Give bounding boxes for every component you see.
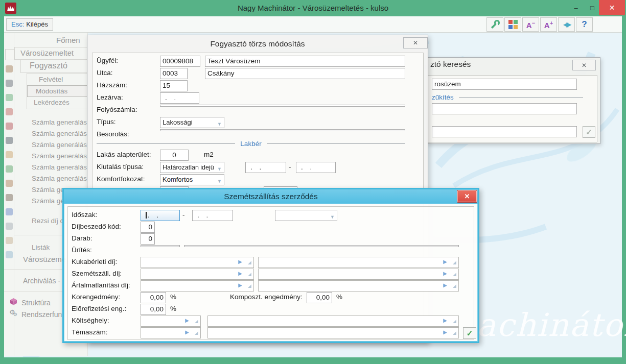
lookup-corner-icon[interactable]: ◢	[453, 260, 456, 265]
idoszak-type-dropdown[interactable]: ▼	[275, 210, 337, 221]
sidebar-item-szamla-generalas-7[interactable]: Számla ge	[32, 186, 64, 193]
kereses-confirm-button[interactable]: ✓	[583, 126, 595, 138]
lookup-corner-icon[interactable]: ◢	[248, 260, 251, 265]
kiutalas-dropdown[interactable]: Határozatlan idejü ▼	[160, 162, 224, 173]
sidebar-item-szamla-generalas-8[interactable]: Számla ge	[32, 197, 62, 205]
urites-code-input[interactable]	[141, 245, 180, 247]
kukaberleti-name-combo[interactable]: ▶◢	[258, 257, 459, 268]
alapterulet-input[interactable]: 0	[160, 150, 189, 161]
szemetszall-code-combo[interactable]: ▶◢	[141, 269, 254, 280]
lookup-arrow-icon[interactable]: ▶	[443, 282, 447, 288]
komposzt-input[interactable]: 0,00	[307, 292, 332, 303]
lookup-corner-icon[interactable]: ◢	[453, 283, 456, 288]
kereses-close-button[interactable]: ✕	[572, 60, 596, 70]
sidebar-item-szamla-generalas-1[interactable]: Számla generálás	[32, 118, 87, 126]
window-title: Nagy Machinátor - Városüzemeltetés - kul…	[0, 0, 626, 16]
szemet-confirm-button[interactable]: ✓	[463, 327, 476, 339]
lookup-corner-icon[interactable]: ◢	[453, 272, 456, 277]
sidebar-item-archivalas[interactable]: Archiválás -	[23, 277, 60, 285]
swap-button[interactable]: ◀▶	[558, 17, 575, 32]
utca-code-input[interactable]: 0003	[160, 68, 188, 79]
font-decrease-button[interactable]: A−	[522, 17, 539, 32]
kiutalas-from-input[interactable]: . .	[245, 162, 286, 173]
sidebar-item-varosuzemeltetes[interactable]: Városüzemeltet	[20, 48, 74, 57]
lookup-corner-icon[interactable]: ◢	[195, 319, 198, 324]
lookup-arrow-icon[interactable]: ▶	[238, 259, 242, 264]
idoszak-from-input[interactable]: . .	[141, 210, 180, 221]
maximize-button[interactable]: □	[585, 0, 600, 15]
sidebar-item-rezsi-dij[interactable]: Rezsi díj c	[32, 217, 62, 225]
sidebar-item-modositas[interactable]: Módosítás	[36, 87, 67, 95]
modules-button[interactable]	[504, 17, 521, 32]
window-border-left	[0, 16, 4, 364]
temaszam-name-combo[interactable]: ▶◢	[207, 327, 459, 338]
koltseghely-code-combo[interactable]: ▶◢	[141, 316, 201, 327]
lookup-corner-icon[interactable]: ◢	[248, 272, 251, 277]
lookup-corner-icon[interactable]: ◢	[453, 319, 456, 324]
szemetszall-name-combo[interactable]: ▶◢	[258, 269, 459, 280]
sidebar-item-struktura[interactable]: Struktúra	[21, 299, 51, 307]
sidebar-item-szamla-generalas-3[interactable]: Számla generálás	[32, 141, 87, 149]
idoszak-to-input[interactable]: . .	[192, 210, 233, 221]
close-button[interactable]: ✕	[599, 0, 625, 15]
sidebar-item-rendszerfunkciok[interactable]: Rendszerfun	[21, 310, 62, 319]
besorolas-input[interactable]	[160, 129, 405, 131]
font-increase-button[interactable]: A+	[540, 17, 557, 32]
korengedmeny-label: Korengedmény:	[72, 293, 120, 301]
sidebar-item-felvetel[interactable]: Felvétel	[39, 76, 63, 83]
utca-name-input[interactable]: Csákány	[205, 68, 405, 79]
help-button[interactable]: ?	[576, 17, 593, 32]
kereses-name-input[interactable]: rosüzem	[432, 79, 577, 90]
koltseghely-name-combo[interactable]: ▶◢	[207, 316, 459, 327]
sidebar-item-lekerdezes[interactable]: Lekérdezés	[34, 99, 69, 106]
kereses-filter-input-2[interactable]	[432, 126, 577, 137]
lookup-arrow-icon[interactable]: ▶	[185, 329, 189, 335]
korengedmeny-input[interactable]: 0,00	[141, 292, 166, 303]
sidebar-item-szamla-generalas-2[interactable]: Számla generálás	[32, 130, 87, 137]
sidebar-icon-strip-divider	[14, 33, 14, 356]
hazszam-label: Házszám:	[97, 81, 127, 89]
temaszam-code-combo[interactable]: ▶◢	[141, 327, 201, 338]
sidebar-item-varosuzeme[interactable]: Városüzeme	[23, 255, 66, 263]
lookup-arrow-icon[interactable]: ▶	[238, 282, 242, 288]
komfort-dropdown[interactable]: Komfortos ▼	[160, 174, 224, 185]
minimize-button[interactable]: –	[568, 0, 584, 15]
lookup-arrow-icon[interactable]: ▶	[443, 259, 447, 264]
sidebar-item-fomenu[interactable]: Főmen	[56, 36, 80, 44]
kereses-close-icon: ✕	[582, 62, 587, 69]
utca-label: Utca:	[97, 69, 113, 77]
elorefizetesi-input[interactable]: 0,00	[141, 304, 166, 315]
dijbeszedo-input[interactable]: 0	[141, 222, 155, 233]
modositas-close-button[interactable]: ✕	[403, 37, 428, 48]
settings-button[interactable]	[486, 17, 503, 32]
exit-button[interactable]: Esc:Kilépés	[6, 18, 53, 31]
lookup-arrow-icon[interactable]: ▶	[185, 318, 189, 323]
sidebar-item-szamla-generalas-4[interactable]: Számla generálás	[32, 152, 87, 160]
ugyfel-name-input[interactable]: Teszt Városüzem	[205, 56, 405, 67]
sidebar-item-szamla-generalas-6[interactable]: Számla generálás	[32, 175, 87, 182]
kiutalas-to-input[interactable]: . .	[296, 162, 336, 173]
lookup-corner-icon[interactable]: ◢	[453, 330, 456, 335]
ugyfel-code-input[interactable]: 00009808	[160, 56, 200, 67]
kukaberleti-code-combo[interactable]: ▶◢	[141, 257, 254, 268]
sidebar-item-listak[interactable]: Listák	[32, 244, 50, 251]
lookup-corner-icon[interactable]: ◢	[248, 283, 251, 288]
artalmatlanitasi-code-combo[interactable]: ▶◢	[141, 280, 254, 292]
help-icon: ?	[582, 19, 587, 30]
lookup-arrow-icon[interactable]: ▶	[238, 271, 242, 276]
folyoszamla-input[interactable]	[160, 105, 405, 107]
urites-name-input[interactable]	[184, 245, 459, 247]
lookup-arrow-icon[interactable]: ▶	[443, 318, 447, 323]
tipus-dropdown[interactable]: Lakossági ▼	[160, 117, 224, 128]
lezarva-date-input[interactable]: . .	[160, 92, 199, 104]
lookup-corner-icon[interactable]: ◢	[195, 330, 198, 335]
sidebar-item-fogyaszto[interactable]: Fogyasztó	[30, 61, 67, 70]
artalmatlanitasi-name-combo[interactable]: ▶◢	[258, 280, 459, 292]
lookup-arrow-icon[interactable]: ▶	[443, 329, 447, 335]
darab-input[interactable]: 0	[141, 233, 155, 245]
kereses-filter-input-1[interactable]	[432, 103, 577, 114]
lookup-arrow-icon[interactable]: ▶	[443, 271, 447, 276]
sidebar-item-szamla-generalas-5[interactable]: Számla generálás	[32, 163, 87, 171]
szemet-close-button[interactable]: ✕	[457, 190, 477, 203]
hazszam-input[interactable]: 15	[160, 80, 188, 91]
